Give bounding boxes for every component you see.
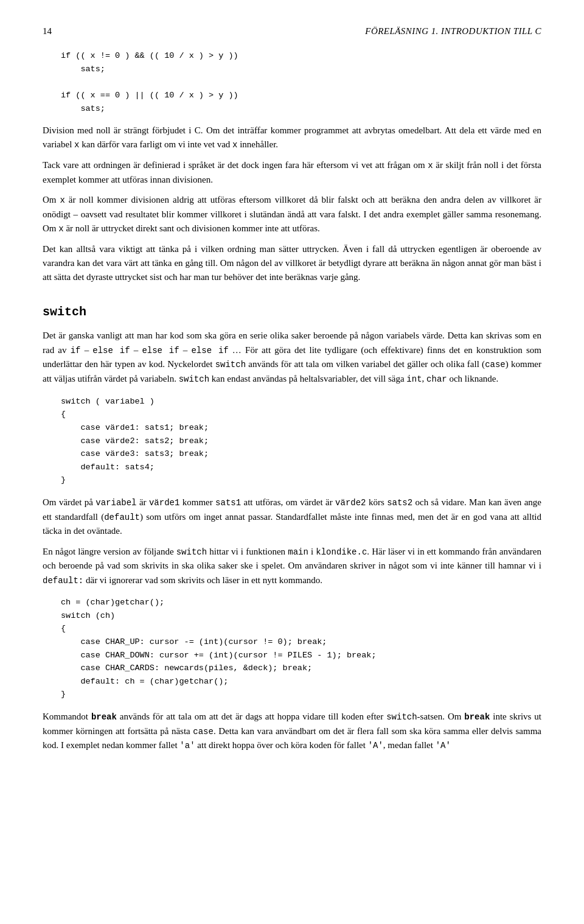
inline-klondike: klondike.c <box>316 547 367 557</box>
inline-else-if2: else if <box>142 346 179 355</box>
inline-break1: break <box>91 712 117 722</box>
inline-default1: default <box>104 513 140 522</box>
page-number: 14 <box>43 24 52 38</box>
inline-switch-sats: switch <box>386 712 417 722</box>
inline-case2: case <box>193 727 214 737</box>
opening-code-block: if (( x != 0 ) && (( 10 / x ) > y )) sat… <box>61 49 541 115</box>
inline-varde2: värde2 <box>335 498 366 508</box>
inline-else-if1: else if <box>92 346 130 355</box>
para-switch-intro: Det är ganska vanligt att man har kod so… <box>43 329 541 386</box>
inline-code-x2: x <box>232 140 237 150</box>
inline-code-x4: x <box>60 195 64 205</box>
inline-char: char <box>426 374 447 384</box>
inline-default2: default: <box>43 576 83 586</box>
inline-switch3: switch <box>176 547 207 557</box>
inline-code-x3: x <box>428 161 433 170</box>
inline-main: main <box>288 547 308 557</box>
inline-sats2: sats2 <box>387 498 412 508</box>
inline-A-upper: 'A' <box>368 741 383 751</box>
section-heading-switch: switch <box>43 303 541 321</box>
inline-case1: case <box>485 360 506 369</box>
para-division: Division med noll är strängt förbjudet i… <box>43 124 541 152</box>
switch-code-block-1: switch ( variabel ) { case värde1: sats1… <box>61 395 541 487</box>
content: if (( x != 0 ) && (( 10 / x ) > y )) sat… <box>43 49 541 753</box>
inline-code-x5: x <box>58 224 63 234</box>
inline-a2: 'A' <box>436 741 451 751</box>
switch-code-block-2: ch = (char)getchar(); switch (ch) { case… <box>61 596 541 701</box>
page-title: FÖRELÄSNING 1. INTRODUKTION TILL C <box>365 24 541 38</box>
inline-code-x: x <box>74 140 79 150</box>
inline-else-if3: else if <box>191 346 228 355</box>
para-switch-explanation: Om värdet på variabel är värde1 kommer s… <box>43 495 541 539</box>
inline-sats1: sats1 <box>215 498 241 508</box>
page-header: 14 FÖRELÄSNING 1. INTRODUKTION TILL C <box>43 24 541 38</box>
para-switch-klondike: En något längre version av följande swit… <box>43 545 541 588</box>
inline-int: int <box>406 374 422 384</box>
inline-a-lower: 'a' <box>179 741 195 751</box>
inline-break2: break <box>464 712 490 722</box>
inline-if: if <box>71 346 81 355</box>
inline-variabel: variabel <box>96 498 136 508</box>
para-noll-division: Om x är noll kommer divisionen aldrig at… <box>43 193 541 236</box>
para-break-explanation: Kommandot break används för att tala om … <box>43 710 541 753</box>
para-ordning: Tack vare att ordningen är definierad i … <box>43 158 541 187</box>
para-viktigt: Det kan alltså vara viktigt att tänka på… <box>43 242 541 285</box>
page: 14 FÖRELÄSNING 1. INTRODUKTION TILL C if… <box>0 0 584 924</box>
inline-switch1: switch <box>215 360 246 369</box>
inline-switch2: switch <box>179 374 209 384</box>
inline-varde1: värde1 <box>149 498 179 508</box>
